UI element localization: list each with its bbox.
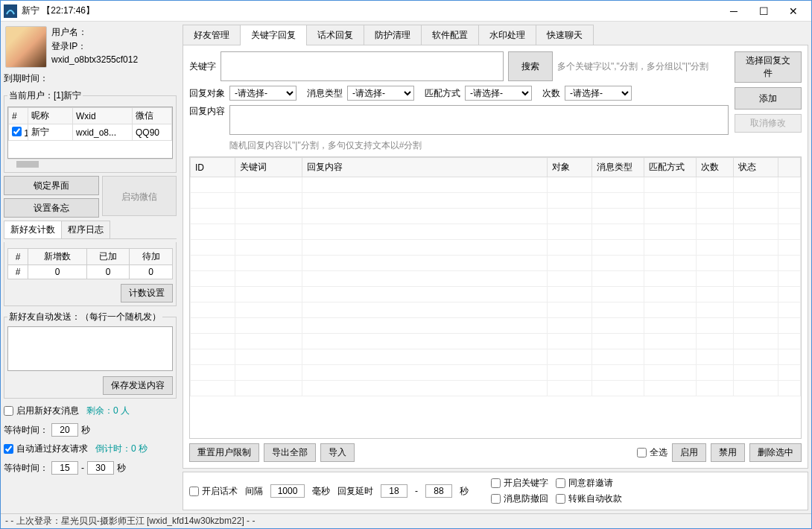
minimize-button[interactable]: ─: [719, 1, 749, 21]
enable-new-friend-checkbox[interactable]: [4, 406, 13, 416]
tab-script-reply[interactable]: 话术回复: [306, 25, 364, 45]
enable-button[interactable]: 启用: [672, 443, 706, 462]
wait-input-1[interactable]: [51, 423, 78, 437]
table-row[interactable]: [191, 224, 801, 240]
grid-actions: 重置用户限制 导出全部 导入 全选 启用 禁用 删除选中: [189, 443, 802, 462]
tab-protection[interactable]: 防护清理: [364, 25, 422, 45]
gh-msgtype[interactable]: 消息类型: [592, 158, 644, 177]
tab-friend-mgmt[interactable]: 好友管理: [183, 25, 241, 45]
table-row[interactable]: [191, 349, 801, 365]
memo-button[interactable]: 设置备忘: [4, 198, 99, 218]
search-button[interactable]: 搜索: [508, 51, 553, 81]
reply-target-label: 回复对象: [189, 87, 225, 100]
table-row[interactable]: [191, 256, 801, 271]
titlebar: 新宁 【22:17:46】 ─ ☐ ✕: [1, 1, 811, 22]
table-row[interactable]: [191, 240, 801, 256]
msg-type-select[interactable]: -请选择-: [347, 86, 414, 101]
cancel-edit-button: 取消修改: [735, 114, 802, 133]
keyword-input[interactable]: [221, 51, 504, 81]
table-row[interactable]: [191, 302, 801, 318]
wait-input-2b[interactable]: [87, 461, 114, 475]
gh-target[interactable]: 对象: [548, 158, 592, 177]
wait-input-2a[interactable]: [51, 461, 78, 475]
keyword-reply-panel: 关键字 搜索 多个关键字以","分割，多分组以"|"分割 回复对象 -请选择- …: [183, 45, 808, 469]
auto-collect-checkbox[interactable]: [556, 494, 565, 504]
count-table: # 新增数 已加 待加 # 0 0 0: [7, 248, 173, 279]
status-text: - - 上次登录：星光贝贝-摄影师王江 [wxid_kfd14w30kzbm22…: [5, 515, 255, 528]
open-keyword-checkbox[interactable]: [491, 478, 501, 488]
delete-selected-button[interactable]: 删除选中: [749, 443, 802, 462]
reset-user-limit-button[interactable]: 重置用户限制: [189, 443, 259, 462]
remaining-label: 剩余：0 人: [86, 405, 130, 417]
reply-grid[interactable]: ID 关键词 回复内容 对象 消息类型 匹配方式 次数 状态: [189, 156, 802, 439]
select-file-button[interactable]: 选择回复文件: [735, 51, 802, 83]
wait-label-1: 等待时间：: [4, 424, 48, 437]
match-select[interactable]: -请选择-: [465, 86, 532, 101]
tab-new-friend-count[interactable]: 新好友计数: [4, 221, 62, 238]
table-row[interactable]: [191, 209, 801, 224]
delay-input-b[interactable]: [425, 484, 452, 498]
table-row[interactable]: 1 新宁 wxid_o8... QQ90: [9, 124, 172, 141]
col-wxid[interactable]: Wxid: [73, 108, 133, 124]
maximize-button[interactable]: ☐: [749, 1, 778, 21]
current-user-legend: 当前用户：[1]新宁: [7, 89, 83, 102]
auto-accept-checkbox[interactable]: [4, 444, 13, 454]
save-send-button[interactable]: 保存发送内容: [103, 376, 173, 395]
tab-program-log[interactable]: 程序日志: [61, 221, 110, 238]
interval-input[interactable]: [270, 484, 305, 498]
main-tabs: 好友管理 关键字回复 话术回复 防护清理 软件配置 水印处理 快速聊天: [183, 25, 808, 45]
table-row[interactable]: [191, 193, 801, 209]
status-bar: - - 上次登录：星光贝贝-摄影师王江 [wxid_kfd14w30kzbm22…: [1, 513, 811, 528]
right-button-column: 选择回复文件 添加 取消修改: [735, 51, 802, 152]
interval-label: 间隔: [245, 485, 263, 498]
table-row[interactable]: [191, 381, 801, 396]
auto-send-textarea[interactable]: [7, 326, 173, 371]
col-num[interactable]: #: [9, 108, 28, 124]
table-row[interactable]: [191, 271, 801, 287]
table-row[interactable]: [191, 177, 801, 193]
row-checkbox[interactable]: [12, 127, 22, 136]
tab-soft-config[interactable]: 软件配置: [421, 25, 479, 45]
export-all-button[interactable]: 导出全部: [264, 443, 316, 462]
sidebar: 用户名： 登录IP： wxid_o8btx3255cf012 到期时间： 当前用…: [1, 22, 180, 513]
table-row[interactable]: [191, 287, 801, 302]
agree-group-checkbox[interactable]: [556, 478, 565, 488]
h-scrollbar[interactable]: [7, 159, 173, 169]
table-row[interactable]: [191, 334, 801, 349]
open-script-checkbox[interactable]: [189, 487, 199, 496]
tab-keyword-reply[interactable]: 关键字回复: [240, 25, 307, 45]
reply-content-label: 回复内容: [189, 105, 225, 118]
reply-content-input[interactable]: [229, 105, 729, 135]
gh-kw[interactable]: 关键词: [235, 158, 302, 177]
col-nick[interactable]: 昵称: [28, 108, 73, 124]
bottom-bar: 开启话术 间隔 毫秒 回复延时 - 秒 开启关键字 消息防撤回 同意群邀请 转账…: [183, 472, 808, 510]
table-row[interactable]: [191, 318, 801, 334]
gh-content[interactable]: 回复内容: [302, 158, 548, 177]
delay-input-a[interactable]: [381, 484, 407, 498]
lock-ui-button[interactable]: 锁定界面: [4, 176, 99, 195]
count-settings-button[interactable]: 计数设置: [121, 284, 173, 302]
add-button[interactable]: 添加: [735, 87, 802, 110]
count-select[interactable]: -请选择-: [565, 86, 632, 101]
disable-button[interactable]: 禁用: [711, 443, 745, 462]
gh-id[interactable]: ID: [191, 158, 235, 177]
tab-quick-chat[interactable]: 快速聊天: [536, 25, 594, 45]
reply-target-select[interactable]: -请选择-: [229, 86, 296, 101]
ip-label: 登录IP：: [51, 40, 138, 53]
import-button[interactable]: 导入: [320, 443, 355, 462]
table-row[interactable]: [191, 365, 801, 381]
tab-watermark[interactable]: 水印处理: [478, 25, 536, 45]
select-all-checkbox-wrapper[interactable]: 全选: [637, 446, 667, 459]
gh-status[interactable]: 状态: [734, 158, 778, 177]
app-window: 新宁 【22:17:46】 ─ ☐ ✕ 用户名： 登录IP： wxid_o8bt…: [0, 0, 812, 529]
user-table[interactable]: # 昵称 Wxid 微信 1 新宁 wxid_o8... QQ90: [7, 107, 173, 159]
close-button[interactable]: ✕: [778, 1, 808, 21]
auto-send-fieldset: 新好友自动发送：（每行一个随机发） 保存发送内容: [4, 311, 177, 399]
gh-count[interactable]: 次数: [697, 158, 734, 177]
col-wechat[interactable]: 微信: [133, 108, 172, 124]
start-wechat-button[interactable]: 启动微信: [102, 176, 177, 216]
gh-match[interactable]: 匹配方式: [644, 158, 697, 177]
select-all-checkbox[interactable]: [637, 448, 647, 457]
content-hint: 随机回复内容以"|"分割，多句仅支持文本以#分割: [229, 139, 422, 152]
anti-recall-checkbox[interactable]: [491, 494, 501, 504]
